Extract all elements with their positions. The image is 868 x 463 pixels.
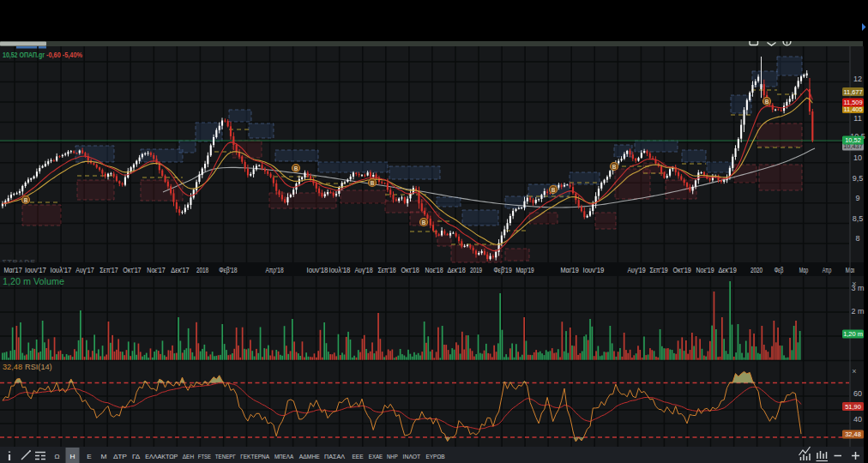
svg-text:32,48: 32,48 bbox=[3, 363, 22, 371]
svg-text:B: B bbox=[612, 164, 617, 170]
svg-text:B: B bbox=[422, 219, 426, 225]
svg-text:Φεβ: Φεβ bbox=[775, 267, 784, 274]
svg-text:ΕΕΕ: ΕΕΕ bbox=[352, 453, 363, 460]
svg-text:Οκτ'18: Οκτ'18 bbox=[401, 267, 419, 274]
svg-text:ΑΔΜΗΕ: ΑΔΜΗΕ bbox=[299, 453, 320, 460]
svg-text:2019: 2019 bbox=[470, 267, 483, 274]
svg-text:Δεκ'17: Δεκ'17 bbox=[171, 267, 190, 274]
svg-text:Ε: Ε bbox=[87, 453, 92, 460]
svg-text:ΙΝΛΟΤ: ΙΝΛΟΤ bbox=[403, 453, 421, 460]
svg-text:B: B bbox=[371, 180, 375, 186]
svg-text:Ιουν'18: Ιουν'18 bbox=[307, 267, 329, 274]
svg-text:B: B bbox=[552, 187, 556, 193]
svg-text:Οκτ'19: Οκτ'19 bbox=[672, 267, 691, 274]
svg-text:9,5: 9,5 bbox=[853, 174, 864, 183]
svg-text:1,20 m: 1,20 m bbox=[843, 330, 863, 338]
svg-text:11,677: 11,677 bbox=[843, 88, 862, 96]
svg-text:ΕΧΑΕ: ΕΧΑΕ bbox=[369, 453, 383, 460]
svg-text:12: 12 bbox=[853, 75, 862, 83]
svg-text:-0,60 -5,40%: -0,60 -5,40% bbox=[46, 51, 83, 59]
svg-text:ΠΑΣΑΛ: ΠΑΣΑΛ bbox=[324, 453, 346, 460]
svg-text:ΕΛΛΑΚΤΩΡ: ΕΛΛΑΚΤΩΡ bbox=[145, 453, 178, 460]
svg-text:ΜΠΕΛΑ: ΜΠΕΛΑ bbox=[274, 453, 294, 460]
svg-text:×: × bbox=[852, 367, 856, 376]
svg-text:1,20 m Volume: 1,20 m Volume bbox=[3, 277, 64, 286]
svg-text:Μαι'17: Μαι'17 bbox=[3, 267, 22, 274]
svg-text:11: 11 bbox=[853, 114, 861, 123]
svg-text:10,52: 10,52 bbox=[845, 136, 861, 144]
svg-text:Ιουν'19: Ιουν'19 bbox=[583, 267, 605, 274]
svg-text:B: B bbox=[24, 197, 28, 203]
svg-text:B: B bbox=[765, 99, 769, 105]
svg-text:Δεκ'19: Δεκ'19 bbox=[718, 267, 737, 274]
svg-text:ΤΕΝΕΡΓ: ΤΕΝΕΡΓ bbox=[215, 453, 237, 460]
svg-text:Ιουλ'17: Ιουλ'17 bbox=[51, 267, 72, 274]
svg-text:Μαι'19: Μαι'19 bbox=[560, 267, 579, 274]
svg-text:32,48: 32,48 bbox=[845, 430, 861, 438]
svg-text:Αυγ'19: Αυγ'19 bbox=[627, 267, 646, 274]
svg-text:10,52 ΟΠΑΠ.gr: 10,52 ΟΠΑΠ.gr bbox=[3, 51, 45, 59]
svg-text:Ιουν'17: Ιουν'17 bbox=[25, 267, 46, 274]
svg-text:Μαρ: Μαρ bbox=[799, 267, 809, 274]
svg-text:Νοε'18: Νοε'18 bbox=[425, 267, 443, 274]
svg-text:Μαρ'19: Μαρ'19 bbox=[515, 267, 534, 274]
svg-text:2020: 2020 bbox=[750, 267, 763, 274]
svg-text:Νοε'19: Νοε'19 bbox=[696, 267, 714, 274]
svg-text:2 m: 2 m bbox=[851, 307, 864, 316]
svg-text:10: 10 bbox=[853, 153, 862, 162]
svg-text:Φεβ'19: Φεβ'19 bbox=[493, 267, 512, 274]
svg-text:Σεπ'17: Σεπ'17 bbox=[99, 267, 118, 274]
svg-text:40: 40 bbox=[853, 415, 862, 424]
svg-text:8,5: 8,5 bbox=[853, 214, 864, 223]
svg-text:8: 8 bbox=[855, 234, 859, 243]
svg-text:Σεπ'18: Σεπ'18 bbox=[377, 267, 396, 274]
svg-text:11,509: 11,509 bbox=[843, 99, 862, 106]
svg-text:ΔΤΡ: ΔΤΡ bbox=[113, 453, 127, 460]
svg-text:ΓΔ: ΓΔ bbox=[132, 453, 141, 460]
svg-text:Η: Η bbox=[70, 453, 75, 460]
svg-text:2018: 2018 bbox=[196, 267, 209, 274]
svg-text:Ιουλ'18: Ιουλ'18 bbox=[329, 267, 351, 274]
svg-text:ΓΕΚΤΕΡΝΑ: ΓΕΚΤΕΡΝΑ bbox=[240, 453, 269, 460]
svg-text:Νοε'17: Νοε'17 bbox=[147, 267, 166, 274]
svg-text:9: 9 bbox=[855, 194, 859, 202]
svg-text:Αυγ'17: Αυγ'17 bbox=[75, 267, 94, 274]
svg-text:Ω: Ω bbox=[55, 453, 60, 460]
svg-text:51,90: 51,90 bbox=[845, 403, 861, 411]
svg-text:Αυγ'18: Αυγ'18 bbox=[354, 267, 373, 274]
svg-text:Σεπ'19: Σεπ'19 bbox=[649, 267, 668, 274]
svg-text:B: B bbox=[294, 165, 298, 171]
svg-text:FTSE: FTSE bbox=[198, 453, 211, 460]
svg-text:ΔΕΗ: ΔΕΗ bbox=[183, 453, 194, 460]
svg-text:60: 60 bbox=[853, 389, 862, 398]
svg-text:ΕΥΡΩΒ: ΕΥΡΩΒ bbox=[425, 453, 444, 460]
svg-text:ΝΗΡ: ΝΗΡ bbox=[387, 453, 398, 460]
svg-text:Απρ: Απρ bbox=[823, 267, 832, 274]
svg-text:Φεβ'18: Φεβ'18 bbox=[219, 267, 238, 274]
svg-text:Οκτ'17: Οκτ'17 bbox=[123, 267, 142, 274]
svg-text:3 m: 3 m bbox=[851, 284, 864, 292]
svg-text:Δεκ'18: Δεκ'18 bbox=[447, 267, 466, 274]
svg-text:RSI(14): RSI(14) bbox=[25, 363, 52, 371]
svg-text:Απρ'18: Απρ'18 bbox=[265, 267, 284, 274]
svg-text:Μ: Μ bbox=[101, 453, 107, 460]
